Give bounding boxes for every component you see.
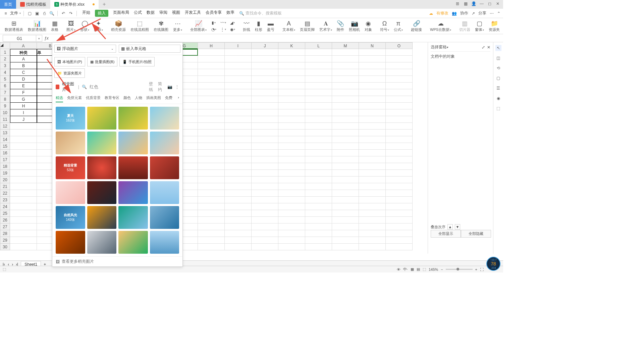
cell[interactable]	[332, 123, 359, 130]
tab-bg[interactable]: 优质背景	[86, 95, 101, 102]
cell[interactable]	[305, 69, 332, 76]
cell[interactable]	[252, 170, 278, 177]
cell[interactable]	[278, 130, 305, 136]
embed-cell-button[interactable]: ▦嵌入单元格	[119, 45, 180, 53]
cell[interactable]	[332, 150, 359, 156]
pending-label[interactable]: 有修改	[436, 10, 448, 16]
cell[interactable]	[305, 163, 332, 170]
cell[interactable]	[332, 136, 359, 143]
cell[interactable]	[278, 163, 305, 170]
cell[interactable]	[252, 210, 278, 217]
attachment-button[interactable]: 📎附件	[335, 20, 346, 32]
image-thumb[interactable]: 夏天162张	[56, 107, 85, 130]
cell[interactable]	[332, 183, 359, 190]
cell[interactable]	[332, 217, 359, 223]
column-header[interactable]: L	[305, 42, 332, 49]
cell[interactable]	[386, 123, 413, 130]
cell[interactable]	[225, 62, 252, 69]
undo-icon[interactable]: ↶	[60, 10, 66, 16]
cell[interactable]: I	[10, 109, 37, 116]
image-thumb[interactable]	[56, 181, 85, 204]
tab-illust[interactable]: 插画美图	[146, 95, 161, 102]
cell[interactable]	[386, 217, 413, 223]
row-header[interactable]: 11	[0, 116, 10, 123]
cell[interactable]	[225, 103, 252, 109]
cell[interactable]	[278, 123, 305, 130]
cell[interactable]	[198, 244, 225, 250]
cell[interactable]	[10, 237, 37, 244]
close-panel-icon[interactable]: ✕	[487, 45, 490, 50]
wordart-button[interactable]: 𝐀艺术字	[317, 20, 334, 32]
apps-icon[interactable]: ▦	[463, 1, 468, 7]
image-thumb[interactable]	[150, 132, 179, 154]
new-icon[interactable]: ▢	[26, 10, 33, 16]
cell[interactable]	[252, 177, 278, 183]
cell[interactable]	[198, 56, 225, 62]
cell[interactable]	[278, 244, 305, 250]
cell[interactable]	[10, 183, 37, 190]
row-header[interactable]: 14	[0, 136, 10, 143]
column-header[interactable]: A	[10, 42, 37, 49]
cell[interactable]	[10, 150, 37, 156]
cell[interactable]	[10, 123, 37, 130]
row-header[interactable]: 4	[0, 69, 10, 76]
image-thumb[interactable]	[118, 156, 148, 179]
tool-icon[interactable]: ⬚	[495, 105, 501, 111]
fullscreen-icon[interactable]: ⛶	[480, 267, 484, 271]
home-tab[interactable]: 首页	[0, 0, 16, 9]
tab-member[interactable]: 会员专享	[206, 10, 222, 17]
tab-cutout[interactable]: 免抠元素	[67, 95, 82, 102]
cell[interactable]	[252, 83, 278, 89]
image-thumb[interactable]	[150, 181, 179, 204]
view-break-icon[interactable]: ⬚	[423, 267, 426, 271]
cell[interactable]: B	[10, 62, 37, 69]
mindmap-button[interactable]: ✾在线脑图	[152, 20, 170, 32]
cell[interactable]	[386, 197, 413, 203]
grid-icon[interactable]: ⊞	[455, 1, 460, 7]
cell[interactable]	[278, 190, 305, 197]
cell[interactable]	[198, 190, 225, 197]
cell[interactable]	[386, 237, 413, 244]
cell[interactable]	[278, 96, 305, 103]
cell[interactable]	[359, 163, 386, 170]
cell[interactable]	[225, 76, 252, 83]
cell[interactable]	[332, 163, 359, 170]
cell[interactable]	[198, 96, 225, 103]
row-header[interactable]: 16	[0, 150, 10, 156]
cell[interactable]	[252, 76, 278, 83]
cell[interactable]	[198, 130, 225, 136]
cell[interactable]	[225, 163, 252, 170]
cell[interactable]	[198, 49, 225, 56]
cell[interactable]	[10, 136, 37, 143]
cell[interactable]	[386, 103, 413, 109]
cell[interactable]	[225, 223, 252, 230]
cell[interactable]	[332, 76, 359, 83]
cell[interactable]	[305, 230, 332, 237]
cell[interactable]	[332, 197, 359, 203]
cell[interactable]	[359, 76, 386, 83]
cell[interactable]	[332, 244, 359, 250]
tab-insert[interactable]: 插入	[95, 10, 108, 17]
cell[interactable]	[305, 123, 332, 130]
hide-all-button[interactable]: 全部隐藏	[461, 230, 491, 238]
cell[interactable]	[386, 49, 413, 56]
show-all-button[interactable]: 全部显示	[431, 230, 461, 238]
cell[interactable]	[305, 183, 332, 190]
cell[interactable]	[359, 223, 386, 230]
cell[interactable]	[10, 223, 37, 230]
chart-line-icon[interactable]: 〰	[220, 20, 226, 26]
cell[interactable]	[10, 190, 37, 197]
column-spark-button[interactable]: ▮柱形	[253, 20, 264, 32]
name-box-dropdown[interactable]: ▾	[36, 35, 42, 42]
hyperlink-button[interactable]: 🔗超链接	[409, 20, 424, 32]
cell[interactable]	[386, 163, 413, 170]
cell[interactable]	[386, 96, 413, 103]
row-header[interactable]: 15	[0, 143, 10, 150]
cell[interactable]: C	[10, 69, 37, 76]
cell[interactable]	[359, 210, 386, 217]
cell[interactable]	[359, 123, 386, 130]
cell[interactable]	[332, 230, 359, 237]
cell[interactable]	[198, 170, 225, 177]
slicer-button[interactable]: ▥切片器	[457, 20, 472, 32]
cell[interactable]	[225, 183, 252, 190]
